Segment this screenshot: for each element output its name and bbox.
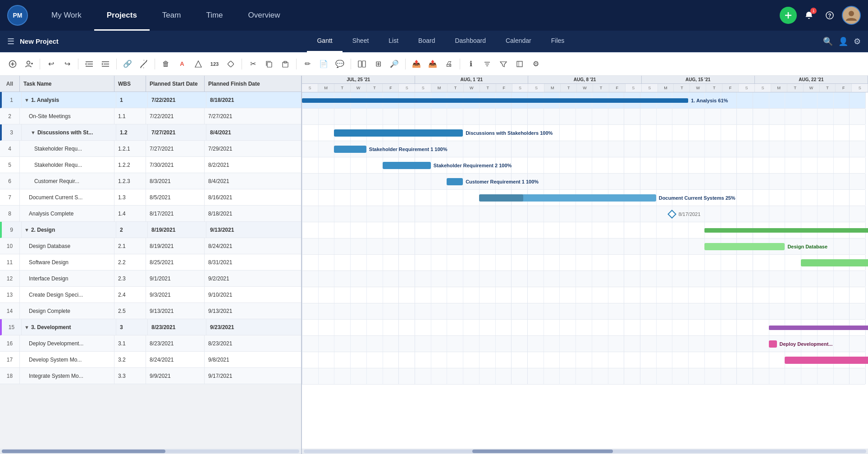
collapse-icon[interactable]: ▼ (24, 97, 29, 103)
tab-dashboard[interactable]: Dashboard (445, 31, 496, 52)
collapse-icon[interactable]: ▼ (24, 227, 29, 233)
finish-date: 9/8/2021 (205, 352, 301, 367)
shape-button[interactable] (191, 57, 206, 71)
add-task-button[interactable] (5, 57, 20, 71)
copy-button[interactable] (262, 57, 276, 71)
gantt-scrollbar-thumb[interactable] (472, 449, 613, 453)
plus-icon (784, 11, 793, 20)
nav-time[interactable]: Time (193, 0, 235, 31)
info-button[interactable]: ℹ (464, 57, 478, 71)
day-cell: S (399, 84, 415, 92)
table-scrollbar-thumb[interactable] (2, 449, 165, 453)
day-cell: M (771, 84, 787, 92)
table-row[interactable]: 15 ▼ 3. Development 3 8/23/2021 9/23/202… (0, 319, 301, 335)
table-row[interactable]: 6 Customer Requir... 1.2.3 8/3/2021 8/4/… (0, 173, 301, 189)
cut-button[interactable]: ✂ (246, 57, 260, 71)
gantt-row (302, 352, 865, 368)
table-row[interactable]: 3 ▼ Discussions with St... 1.2 7/27/2021… (0, 124, 301, 141)
start-date: 8/19/2021 (148, 222, 206, 238)
more-toolbar-button[interactable] (512, 57, 527, 71)
day-cell: W (351, 84, 367, 92)
table-row[interactable]: 5 Stakeholder Requ... 1.2.2 7/30/2021 8/… (0, 157, 301, 173)
nav-team[interactable]: Team (150, 0, 194, 31)
comment-button[interactable]: 💬 (333, 57, 347, 71)
notifications-button[interactable]: 1 (800, 7, 818, 24)
table-row[interactable]: 13 Create Design Speci... 2.4 9/3/2021 9… (0, 287, 301, 303)
table-row[interactable]: 2 On-Site Meetings 1.1 7/22/2021 7/27/20… (0, 108, 301, 124)
redo-button[interactable]: ↪ (60, 57, 74, 71)
table-row[interactable]: 1 ▼ 1. Analysis 1 7/22/2021 8/18/2021 (0, 92, 301, 108)
delete-button[interactable]: 🗑 (159, 57, 173, 71)
undo-button[interactable]: ↩ (44, 57, 58, 71)
diamond-button[interactable] (224, 57, 238, 71)
share-button[interactable]: 📤 (425, 57, 440, 71)
zoom-button[interactable]: 🔎 (387, 57, 402, 71)
toolbar-sep-2 (78, 59, 78, 69)
collapse-icon[interactable]: ▼ (24, 325, 29, 330)
outdent-button[interactable] (82, 57, 96, 71)
paste-button[interactable] (278, 57, 292, 71)
add-button[interactable] (780, 7, 797, 24)
sort-button[interactable] (480, 57, 494, 71)
print-button[interactable]: 🖨 (442, 57, 456, 71)
font-color-button[interactable]: A (175, 57, 189, 71)
tab-sheet[interactable]: Sheet (343, 31, 379, 52)
filter-button[interactable] (496, 57, 511, 71)
table-row[interactable]: 17 Develop System Mo... 3.2 8/24/2021 9/… (0, 352, 301, 368)
gantt-group-bar (769, 326, 868, 330)
gantt-days: SMTWTFSSMTWTFSSMTWTFSSMTWTFSSMTWTFS (302, 84, 868, 92)
help-button[interactable]: ? (821, 7, 838, 24)
nav-my-work[interactable]: My Work (39, 0, 94, 31)
table-row[interactable]: 4 Stakeholder Requ... 1.2.1 7/27/2021 7/… (0, 141, 301, 157)
tab-gantt[interactable]: Gantt (307, 31, 342, 52)
table-row[interactable]: 11 Software Design 2.2 8/25/2021 8/31/20… (0, 254, 301, 271)
hamburger-icon[interactable]: ☰ (7, 37, 14, 46)
wbs: 1.3 (114, 189, 146, 205)
nav-projects[interactable]: Projects (94, 0, 150, 31)
table-scrollbar-track (2, 449, 299, 453)
tab-calendar[interactable]: Calendar (496, 31, 541, 52)
table-row[interactable]: 9 ▼ 2. Design 2 8/19/2021 9/13/2021 (0, 222, 301, 238)
app-logo[interactable]: PM (7, 5, 28, 26)
search-icon[interactable]: 🔍 (823, 37, 833, 46)
tab-list[interactable]: List (379, 31, 408, 52)
edit-button[interactable]: ✏ (300, 57, 315, 71)
table-row[interactable]: 16 Deploy Development... 3.1 8/23/2021 8… (0, 335, 301, 352)
day-cell: W (464, 84, 480, 92)
day-cell: S (626, 84, 642, 92)
table-row[interactable]: 18 Integrate System Mo... 3.3 9/9/2021 9… (0, 368, 301, 384)
user-management-icon[interactable]: 👤 (838, 37, 848, 46)
collapse-icon[interactable]: ▼ (31, 130, 36, 135)
table-row[interactable]: 10 Design Database 2.1 8/19/2021 8/24/20… (0, 238, 301, 254)
table-scrollbar[interactable] (0, 449, 301, 454)
note-button[interactable]: 📄 (316, 57, 331, 71)
indent-button[interactable] (98, 57, 113, 71)
gantt-scrollbar-track (304, 449, 866, 453)
day-cell: F (836, 84, 852, 92)
columns-button[interactable] (355, 57, 369, 71)
table-row[interactable]: 12 Interface Design 2.3 9/1/2021 9/2/202… (0, 271, 301, 287)
export-button[interactable]: 📤 (409, 57, 424, 71)
link-button[interactable]: 🔗 (120, 57, 135, 71)
gantt-chart-header: JUL, 25 '21 AUG, 1 '21 AUG, 8 '21 AUG, 1… (302, 76, 868, 92)
grid-button[interactable]: ⊞ (371, 57, 385, 71)
wbs: 1.4 (114, 206, 146, 221)
settings-toolbar-button[interactable]: ⚙ (529, 57, 543, 71)
secondary-right-actions: 🔍 👤 ⚙ (823, 37, 861, 46)
table-row[interactable]: 7 Document Current S... 1.3 8/5/2021 8/1… (0, 189, 301, 206)
gantt-scrollbar[interactable] (302, 449, 868, 454)
user-avatar[interactable] (842, 6, 861, 25)
settings-icon[interactable]: ⚙ (854, 37, 861, 46)
row-num: 17 (0, 352, 20, 367)
gantt-bar-label: Customer Requirement 1 100% (466, 179, 539, 184)
gantt-row (302, 368, 865, 385)
tab-board[interactable]: Board (408, 31, 445, 52)
table-row[interactable]: 8 Analysis Complete 1.4 8/17/2021 8/18/2… (0, 206, 301, 222)
svg-rect-27 (517, 61, 522, 67)
tab-files[interactable]: Files (541, 31, 575, 52)
table-row[interactable]: 14 Design Complete 2.5 9/13/2021 9/13/20… (0, 303, 301, 319)
unlink-button[interactable] (137, 57, 151, 71)
add-user-button[interactable] (22, 57, 36, 71)
nav-overview[interactable]: Overview (236, 0, 293, 31)
number-format-button[interactable]: 123 (207, 57, 222, 71)
